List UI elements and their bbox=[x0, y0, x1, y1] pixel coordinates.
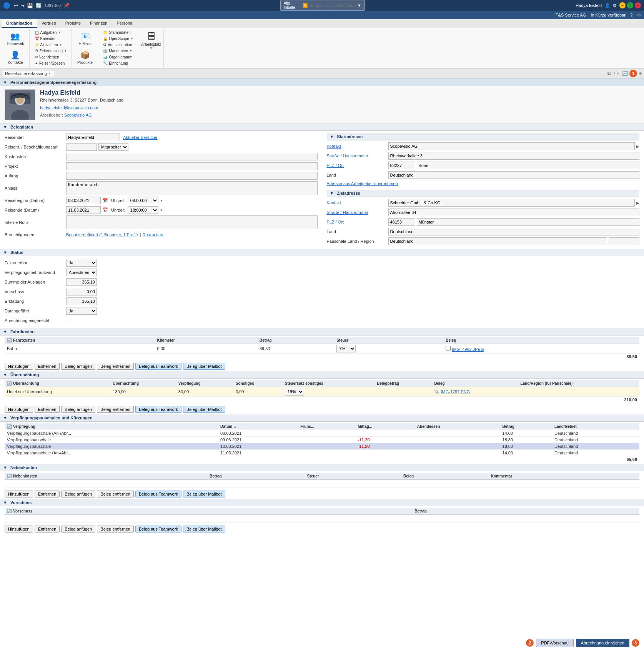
fk-beleg-entfernen-button[interactable]: Beleg entfernen bbox=[97, 363, 134, 370]
projekt-input[interactable] bbox=[66, 162, 318, 170]
fk-beleg-anfuegen-button[interactable]: Beleg anfügen bbox=[61, 363, 95, 370]
anlass-input[interactable]: Kundenbesuch bbox=[66, 181, 318, 195]
bearbeiten-link[interactable]: Rearbeiten bbox=[143, 232, 163, 237]
ziel-land-input[interactable] bbox=[388, 228, 640, 235]
window-icon[interactable]: ⧉ bbox=[613, 3, 616, 8]
reisender-input[interactable] bbox=[66, 134, 120, 141]
search-input[interactable] bbox=[310, 3, 356, 8]
reisebeginn-calendar-icon[interactable]: 📅 bbox=[102, 198, 108, 203]
start-kontakt-arrow[interactable]: ▶ bbox=[636, 144, 639, 149]
vs-beleg-entfernen-button[interactable]: Beleg entfernen bbox=[97, 526, 134, 532]
settings-icon[interactable]: ⚙ bbox=[637, 13, 641, 18]
fk-beleg-link[interactable]: IMG_4962.JPEG bbox=[452, 347, 484, 352]
expand-icon[interactable]: ⊞ bbox=[639, 71, 642, 76]
reisebeginn-time-select[interactable]: 08:00:00 bbox=[128, 197, 158, 204]
ziel-kontakt-arrow[interactable]: ▶ bbox=[636, 201, 639, 205]
tab-personal[interactable]: Personal bbox=[112, 19, 138, 28]
ziel-ort-input[interactable] bbox=[417, 218, 640, 226]
belegdaten-header[interactable]: ▼ Belegdaten bbox=[0, 124, 644, 131]
auftrag-input[interactable] bbox=[66, 172, 318, 180]
einrichtung-button[interactable]: 🔧 Einrichtung bbox=[101, 60, 135, 66]
tab-finanzen[interactable]: Finanzen bbox=[85, 19, 112, 28]
fakturierbar-select[interactable]: Ja bbox=[66, 259, 97, 267]
reisende-date-input[interactable] bbox=[66, 206, 101, 214]
zeiterfassung-button[interactable]: ⏱ Zeiterfassung ▼ bbox=[33, 48, 69, 54]
nk-beleg-anfuegen-button[interactable]: Beleg anfügen bbox=[61, 491, 95, 497]
zieladresse-header[interactable]: ▼ Zieladresse bbox=[327, 190, 640, 197]
ziel-strasse-label[interactable]: Straße / Hausnummer bbox=[327, 210, 388, 215]
uebernachtung-header[interactable]: ▼ Übernachtung bbox=[0, 371, 644, 379]
ub-beleg-link[interactable]: IMG-1797.PNG bbox=[441, 389, 470, 394]
vs-entfernen-button[interactable]: Entfernen bbox=[35, 526, 60, 532]
fahrtkosten-header[interactable]: ▼ Fahrtkosten bbox=[0, 328, 644, 336]
pin-icon[interactable]: 📌 bbox=[64, 3, 70, 8]
zeiterfassung-dropdown[interactable]: ▼ bbox=[64, 49, 67, 53]
minimize-button[interactable]: – bbox=[619, 2, 626, 8]
ub-entfernen-button[interactable]: Entfernen bbox=[35, 406, 60, 413]
person-email[interactable]: hadya.eisfeld@scopevisio.com bbox=[40, 105, 98, 110]
search-box[interactable]: Alle Inhalte 🔽 ▼ bbox=[280, 0, 365, 11]
nk-entfernen-button[interactable]: Entfernen bbox=[35, 491, 60, 497]
vs-beleg-anfuegen-button[interactable]: Beleg anfügen bbox=[61, 526, 95, 532]
fk-entfernen-button[interactable]: Entfernen bbox=[35, 363, 60, 370]
kalender-button[interactable]: 📅 Kalender bbox=[33, 36, 69, 42]
verpflegung-header[interactable]: ▼ Verpflegungspauschalen und Kürzungen bbox=[0, 414, 644, 422]
reisebeginn-date-input[interactable] bbox=[66, 197, 101, 204]
nachrichten-button[interactable]: ✉ Nachrichten bbox=[33, 54, 69, 60]
mandanten-button[interactable]: 🏢 Mandanten ▼ bbox=[101, 48, 135, 54]
more-icon[interactable]: ··· bbox=[617, 71, 621, 76]
mandanten-dropdown[interactable]: ▼ bbox=[129, 49, 132, 53]
openscope-dropdown[interactable]: ▼ bbox=[130, 37, 133, 40]
nk-beleg-entfernen-button[interactable]: Beleg entfernen bbox=[97, 491, 134, 497]
ub-beleg-entfernen-button[interactable]: Beleg entfernen bbox=[97, 406, 134, 413]
fk-beleg-mailbot-button[interactable]: Beleg über Mailbot bbox=[183, 363, 225, 370]
start-plz-label[interactable]: PLZ / Ort bbox=[327, 163, 388, 168]
employer-name[interactable]: Scopevisio AG bbox=[64, 113, 92, 117]
fk-hinzufuegen-button[interactable]: Hinzufügen bbox=[5, 363, 33, 370]
arbeitsplatz-label[interactable]: Arbeitsplatz bbox=[141, 42, 161, 47]
start-strasse-label[interactable]: Straße / Hausnummer bbox=[327, 154, 388, 158]
start-land-input[interactable] bbox=[388, 171, 640, 179]
refresh-tab-icon[interactable]: 🔄 bbox=[622, 71, 628, 76]
start-kontakt-input[interactable] bbox=[388, 142, 635, 150]
close-button[interactable]: × bbox=[635, 2, 641, 8]
save-icon[interactable]: 💾 bbox=[27, 3, 33, 8]
ziel-strasse-input[interactable] bbox=[388, 209, 640, 216]
status-header[interactable]: ▼ Status bbox=[0, 249, 644, 256]
nk-beleg-teamwork-button[interactable]: Beleg aus Teamwork bbox=[135, 491, 181, 497]
tab-organisation[interactable]: Organisation bbox=[2, 19, 37, 28]
kostenstelle-input[interactable] bbox=[66, 153, 318, 160]
ub-steuer-select[interactable]: 19% bbox=[285, 388, 304, 396]
aktivitaeten-dropdown[interactable]: ▼ bbox=[59, 43, 62, 47]
stammdaten-button[interactable]: 📁 Stammdaten bbox=[101, 30, 135, 35]
tab-vertrieb[interactable]: Vertrieb bbox=[37, 19, 61, 28]
reisende-calendar-icon[interactable]: 📅 bbox=[102, 207, 108, 213]
pdf-preview-button[interactable]: PDF-Vorschau bbox=[536, 639, 574, 647]
fk-beleg-checkbox[interactable] bbox=[446, 346, 451, 351]
openscope-button[interactable]: 🔓 OpenScope ▼ bbox=[101, 36, 135, 42]
aufgaben-button[interactable]: 📋 Aufgaben ▼ bbox=[33, 30, 69, 35]
help-tab-icon[interactable]: ? bbox=[612, 71, 615, 76]
reisende-time-select[interactable]: 18:00:00 bbox=[128, 206, 158, 214]
organigramm-button[interactable]: 📊 Organigramm bbox=[101, 54, 135, 60]
nebenkosten-header[interactable]: ▼ Nebenkosten bbox=[0, 464, 644, 471]
fk-beleg-teamwork-button[interactable]: Beleg aus Teamwork bbox=[135, 363, 181, 370]
emails-button[interactable]: 📧 E-Mails bbox=[76, 30, 94, 48]
produkte-button[interactable]: 📦 Produkte bbox=[75, 48, 95, 67]
vs-beleg-mailbot-button[interactable]: Beleg über Mailbot bbox=[183, 526, 225, 532]
ziel-kontakt-input[interactable] bbox=[388, 199, 635, 207]
teamwork-button[interactable]: 👥 Teamwork bbox=[4, 30, 27, 48]
reisebeginn-time-dropdown[interactable]: ▼ bbox=[160, 199, 163, 202]
vorschuss-header[interactable]: ▼ Vorschuss bbox=[0, 499, 644, 506]
section-toggle-person[interactable]: ▼ bbox=[3, 80, 7, 85]
reisende-time-dropdown[interactable]: ▼ bbox=[160, 209, 163, 212]
ub-beleg-mailbot-button[interactable]: Beleg über Mailbot bbox=[183, 406, 225, 413]
arbeitsplatz-dropdown[interactable]: ▼ bbox=[150, 47, 153, 50]
pauschale-region-input[interactable] bbox=[609, 237, 639, 245]
nk-hinzufuegen-button[interactable]: Hinzufügen bbox=[5, 491, 33, 497]
redo-icon[interactable]: ↪ bbox=[20, 3, 25, 8]
startadresse-header[interactable]: ▼ Startadresse bbox=[327, 133, 640, 140]
maximize-button[interactable]: □ bbox=[627, 2, 633, 8]
pauschale-input[interactable] bbox=[388, 237, 607, 245]
vs-beleg-teamwork-button[interactable]: Beleg aus Teamwork bbox=[135, 526, 181, 532]
